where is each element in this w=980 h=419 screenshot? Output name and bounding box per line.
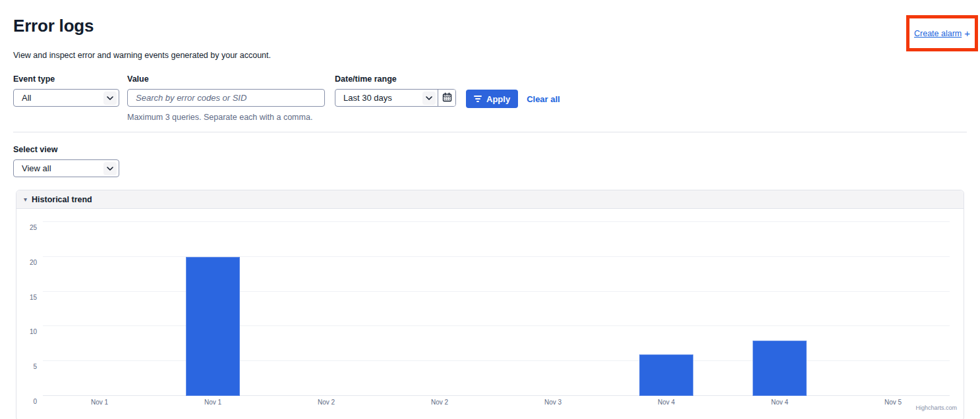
x-tick-label: Nov 1 xyxy=(156,399,270,406)
event-type-select[interactable]: All xyxy=(13,89,119,107)
select-view-group: Select view View all xyxy=(13,145,967,177)
clear-all-link[interactable]: Clear all xyxy=(527,94,560,104)
value-label: Value xyxy=(127,74,325,84)
historical-trend-header[interactable]: ▾ Historical trend xyxy=(16,190,964,209)
plus-icon: + xyxy=(964,28,970,38)
apply-button[interactable]: Apply xyxy=(466,90,518,108)
x-tick-label: Nov 1 xyxy=(43,399,156,406)
create-alarm-highlight-box: Create alarm + xyxy=(906,15,978,51)
category-slot xyxy=(723,222,836,396)
highcharts-credit[interactable]: Highcharts.com xyxy=(915,405,957,411)
category-slot xyxy=(496,222,610,396)
apply-button-label: Apply xyxy=(486,94,510,104)
date-range-label: Date/time range xyxy=(335,74,456,84)
x-tick-label: Nov 3 xyxy=(496,399,610,406)
chevron-down-icon xyxy=(103,92,117,105)
category-slot xyxy=(383,222,496,396)
date-range-value: Last 30 days xyxy=(343,93,392,103)
error-logs-page: Error logs View and inspect error and wa… xyxy=(0,17,980,419)
category-slot xyxy=(43,222,156,396)
y-tick-label: 5 xyxy=(33,364,37,370)
section-divider xyxy=(13,132,967,132)
bar xyxy=(639,354,694,396)
chevron-down-icon xyxy=(103,162,117,175)
bar xyxy=(186,257,241,396)
category-slot xyxy=(836,222,950,396)
page-title: Error logs xyxy=(13,17,967,34)
event-type-group: Event type All xyxy=(13,74,119,107)
historical-trend-panel: ▾ Historical trend 0510152025 Nov 1Nov 1… xyxy=(16,190,964,419)
event-type-value: All xyxy=(22,93,31,103)
create-alarm-label: Create alarm xyxy=(914,29,962,38)
event-type-label: Event type xyxy=(13,74,119,84)
x-tick-label: Nov 2 xyxy=(383,399,496,406)
filter-bar: Event type All Value Maximum 3 queries. … xyxy=(13,74,967,123)
value-helper-text: Maximum 3 queries. Separate each with a … xyxy=(127,113,325,123)
y-tick-label: 25 xyxy=(30,225,37,231)
date-range-select[interactable]: Last 30 days xyxy=(335,90,438,106)
bar-slots xyxy=(43,222,950,396)
select-view-select[interactable]: View all xyxy=(13,159,119,177)
category-slot xyxy=(156,222,270,396)
chart-plot-area: 0510152025 xyxy=(43,222,950,396)
x-tick-label: Nov 2 xyxy=(270,399,383,406)
create-alarm-link[interactable]: Create alarm + xyxy=(914,28,970,38)
x-tick-label: Nov 4 xyxy=(610,399,723,406)
chevron-down-icon xyxy=(422,92,436,105)
y-tick-label: 0 xyxy=(33,399,37,405)
calendar-button[interactable] xyxy=(438,90,455,106)
select-view-value: View all xyxy=(22,163,51,173)
y-tick-label: 20 xyxy=(30,260,37,266)
date-range-control: Last 30 days xyxy=(335,89,456,107)
value-search-input[interactable] xyxy=(127,89,325,107)
historical-trend-chart: 0510152025 Nov 1Nov 1Nov 2Nov 2Nov 3Nov … xyxy=(16,209,964,419)
historical-trend-title: Historical trend xyxy=(32,195,92,204)
category-slot xyxy=(270,222,383,396)
y-tick-label: 10 xyxy=(30,329,37,335)
bar xyxy=(753,341,807,396)
calendar-icon xyxy=(442,92,452,104)
x-tick-label: Nov 4 xyxy=(723,399,836,406)
date-range-group: Date/time range Last 30 days xyxy=(335,74,456,107)
x-axis-labels: Nov 1Nov 1Nov 2Nov 2Nov 3Nov 4Nov 4Nov 5 xyxy=(43,399,950,406)
page-subtitle: View and inspect error and warning event… xyxy=(13,51,967,61)
select-view-label: Select view xyxy=(13,145,967,155)
value-group: Value Maximum 3 queries. Separate each w… xyxy=(127,74,325,123)
collapse-caret-icon: ▾ xyxy=(24,196,27,203)
y-tick-label: 15 xyxy=(30,294,37,301)
category-slot xyxy=(610,222,723,396)
filter-icon xyxy=(474,96,482,102)
